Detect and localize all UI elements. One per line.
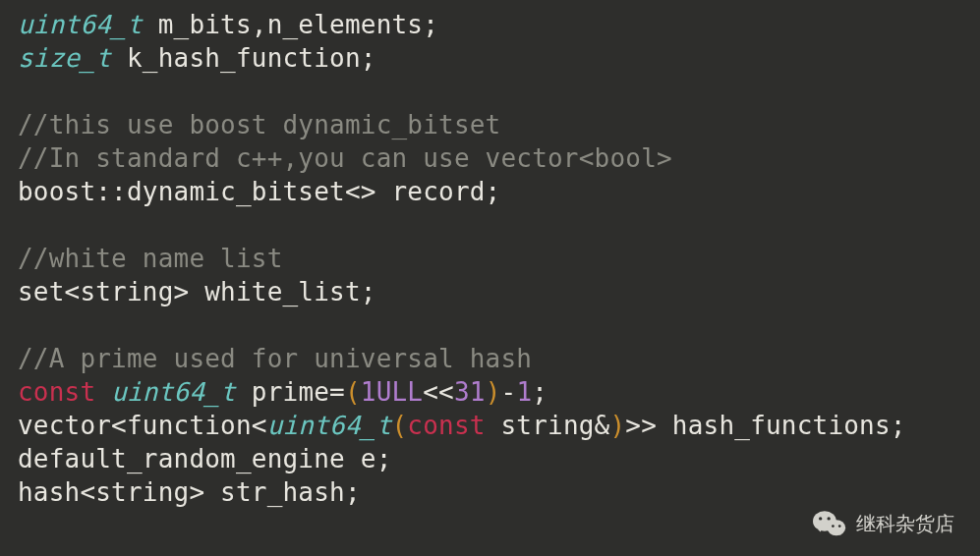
- code-line: uint64_t m_bits,n_elements;: [18, 8, 962, 41]
- code-token: 31: [454, 377, 486, 407]
- code-line: default_random_engine e;: [18, 442, 962, 475]
- code-token: //A prime used for universal hash: [18, 344, 532, 373]
- code-token: >> hash_functions;: [625, 411, 905, 440]
- code-token: (: [345, 377, 361, 407]
- svg-marker-6: [818, 528, 822, 531]
- code-token: -: [501, 377, 517, 407]
- code-token: 1: [516, 377, 532, 407]
- code-token: (: [391, 411, 407, 440]
- code-token: //white name list: [18, 244, 283, 273]
- code-token: 1ULL: [361, 377, 423, 407]
- code-token: ;: [532, 377, 548, 407]
- code-token: const: [407, 411, 485, 440]
- code-line: hash<string> str_hash;: [18, 475, 962, 509]
- svg-marker-7: [838, 532, 841, 535]
- code-token: prime=: [236, 377, 345, 407]
- code-line: //A prime used for universal hash: [18, 342, 962, 375]
- code-token: [95, 377, 111, 407]
- code-token: set<string> white_list;: [18, 277, 376, 306]
- svg-point-4: [832, 525, 835, 528]
- code-token: //In standard c++,you can use vector<boo…: [18, 143, 672, 173]
- svg-point-1: [827, 520, 845, 535]
- code-token: k_hash_function;: [111, 43, 376, 73]
- code-token: default_random_engine e;: [18, 444, 391, 473]
- code-block: uint64_t m_bits,n_elements;size_t k_hash…: [0, 0, 980, 519]
- code-line: [18, 75, 962, 108]
- svg-point-5: [838, 525, 841, 528]
- code-token: const: [18, 377, 95, 407]
- code-line: [18, 208, 962, 242]
- code-token: vector<function<: [18, 411, 267, 440]
- code-token: ): [486, 377, 501, 407]
- code-token: //this use boost dynamic_bitset: [18, 110, 500, 139]
- code-line: vector<function<uint64_t(const string&)>…: [18, 409, 962, 442]
- code-line: [18, 308, 962, 342]
- code-token: uint64_t: [267, 411, 392, 440]
- code-line: //this use boost dynamic_bitset: [18, 108, 962, 141]
- code-line: boost::dynamic_bitset<> record;: [18, 175, 962, 208]
- code-token: hash<string> str_hash;: [18, 477, 361, 507]
- code-token: size_t: [18, 43, 111, 73]
- code-token: string&: [486, 411, 610, 440]
- code-line: const uint64_t prime=(1ULL<<31)-1;: [18, 375, 962, 409]
- code-token: uint64_t: [18, 10, 143, 39]
- code-line: //In standard c++,you can use vector<boo…: [18, 141, 962, 175]
- code-token: boost::dynamic_bitset<> record;: [18, 177, 500, 206]
- code-token: m_bits,n_elements;: [143, 10, 438, 39]
- code-line: set<string> white_list;: [18, 275, 962, 308]
- code-token: ): [609, 411, 625, 440]
- code-token: uint64_t: [111, 377, 236, 407]
- code-token: <<: [423, 377, 454, 407]
- code-line: //white name list: [18, 242, 962, 275]
- code-line: size_t k_hash_function;: [18, 41, 962, 75]
